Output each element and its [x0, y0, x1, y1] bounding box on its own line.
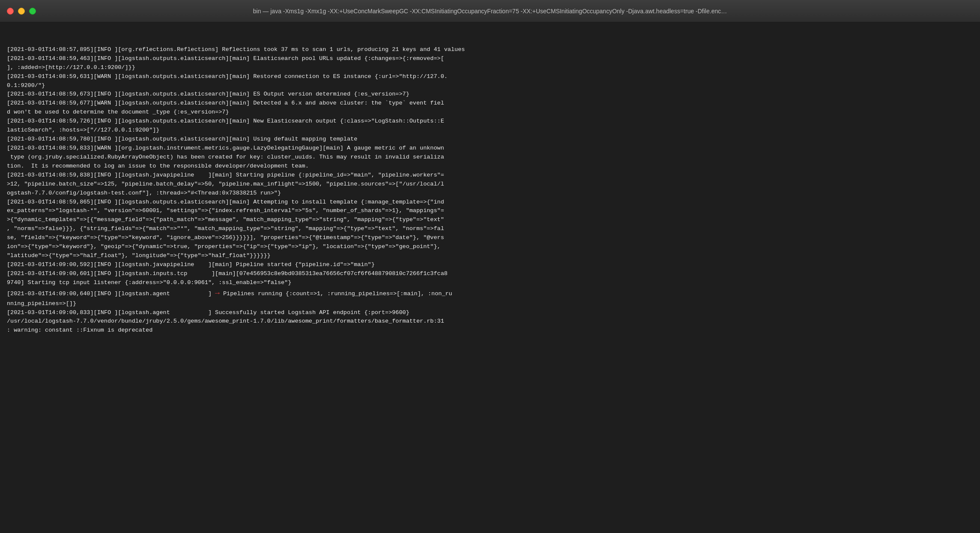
- log-line-3: [2021-03-01T14:08:59,631][WARN ][logstas…: [7, 73, 448, 89]
- log-line-6: [2021-03-01T14:08:59,726][INFO ][logstas…: [7, 118, 444, 133]
- terminal-window: bin — java -Xms1g -Xmx1g -XX:+UseConcMar…: [0, 0, 980, 533]
- title-bar: bin — java -Xms1g -Xmx1g -XX:+UseConcMar…: [0, 0, 980, 22]
- window-title: bin — java -Xms1g -Xmx1g -XX:+UseConcMar…: [253, 8, 727, 15]
- log-line-15: /usr/local/logstash-7.7.0/vendor/bundle/…: [7, 318, 444, 333]
- log-line-4: [2021-03-01T14:08:59,673][INFO ][logstas…: [7, 91, 409, 97]
- traffic-lights: [7, 8, 36, 15]
- log-line-2: [2021-03-01T14:08:59,463][INFO ][logstas…: [7, 55, 444, 71]
- log-line-13: [2021-03-01T14:09:00,640][INFO ][logstas…: [7, 290, 452, 307]
- log-line-7: [2021-03-01T14:08:59,780][INFO ][logstas…: [7, 136, 357, 142]
- log-line-10: [2021-03-01T14:08:59,865][INFO ][logstas…: [7, 199, 444, 259]
- minimize-button[interactable]: [18, 8, 25, 15]
- log-line-9: [2021-03-01T14:08:59,838][INFO ][logstas…: [7, 172, 444, 196]
- log-line-12: [2021-03-01T14:09:00,601][INFO ][logstas…: [7, 270, 448, 286]
- maximize-button[interactable]: [29, 8, 36, 15]
- terminal-content: [2021-03-01T14:08:57,895][INFO ][org.ref…: [0, 22, 980, 533]
- close-button[interactable]: [7, 8, 14, 15]
- log-line-8: [2021-03-01T14:08:59,833][WARN ][org.log…: [7, 145, 444, 169]
- log-line-5: [2021-03-01T14:08:59,677][WARN ][logstas…: [7, 100, 444, 115]
- log-line-14: [2021-03-01T14:09:00,833][INFO ][logstas…: [7, 309, 409, 316]
- log-output: [2021-03-01T14:08:57,895][INFO ][org.ref…: [7, 45, 973, 335]
- log-line-11: [2021-03-01T14:09:00,592][INFO ][logstas…: [7, 261, 375, 268]
- log-line-1: [2021-03-01T14:08:57,895][INFO ][org.ref…: [7, 46, 465, 53]
